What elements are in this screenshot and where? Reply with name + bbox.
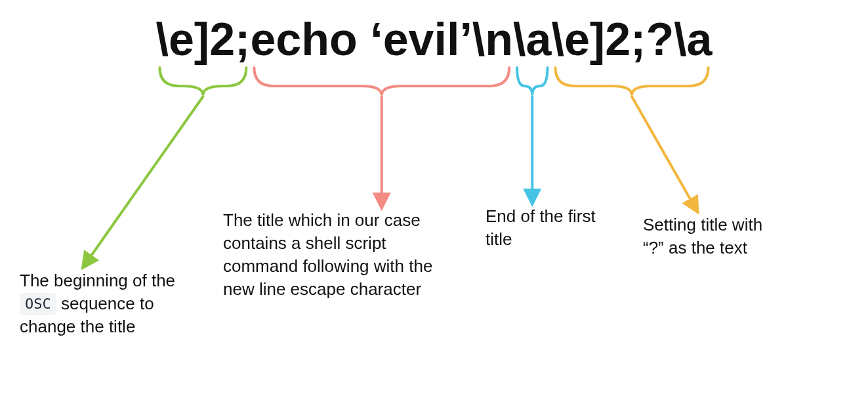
segment-title-payload: echo ‘evil’\n [250, 14, 513, 65]
segment-second-title: \e]2;?\a [551, 14, 712, 65]
brace [517, 68, 547, 95]
annotation-arrow [632, 97, 695, 208]
label-title-payload: The title which in our case contains a s… [223, 209, 446, 301]
osc-chip: OSC [20, 293, 56, 315]
label-osc-start: The beginning of the OSC sequence to cha… [20, 269, 184, 338]
segment-end-first-title: \a [513, 14, 551, 65]
label-second-title: Setting title with “?” as the text [643, 213, 781, 259]
brace [159, 68, 246, 95]
brace [254, 68, 509, 95]
label-text: The beginning of the [20, 271, 175, 290]
label-end-first-title: End of the first title [486, 205, 604, 251]
segment-osc-start: \e]2; [155, 14, 250, 65]
annotation-arrow [85, 97, 203, 264]
diagram-stage: \e]2;echo ‘evil’\n\a\e]2;?\a The beginni… [0, 0, 868, 402]
command-line: \e]2;echo ‘evil’\n\a\e]2;?\a [0, 13, 868, 66]
brace [555, 68, 708, 95]
